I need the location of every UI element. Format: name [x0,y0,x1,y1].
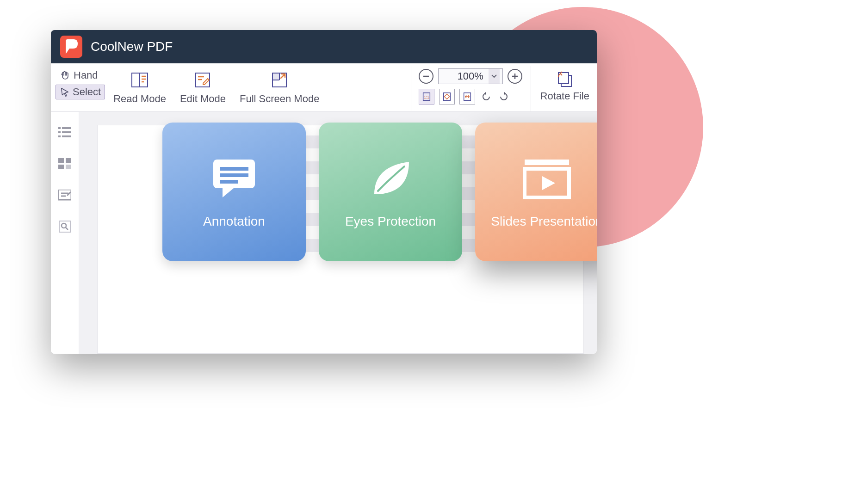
full-screen-label: Full Screen Mode [240,93,319,105]
edit-mode-label: Edit Mode [180,93,226,105]
slides-label: Slides Presentation [491,214,597,229]
rotate-file-label: Rotate File [540,90,589,102]
comments-panel-button[interactable] [57,189,72,202]
read-mode-icon [130,70,150,90]
plus-icon [512,73,518,80]
svg-rect-28 [66,158,71,163]
select-tool-button[interactable]: Select [56,85,105,99]
side-rail [51,112,79,354]
actual-size-button[interactable]: 1:1 [419,89,434,104]
rotate-file-button[interactable]: Rotate File [531,66,592,111]
mode-group: Read Mode Edit Mode Full Screen Mode [113,66,319,111]
search-icon [59,221,71,233]
svg-rect-27 [58,158,64,163]
chevron-down-icon [489,69,500,84]
svg-rect-25 [58,135,61,137]
slides-presentation-card[interactable]: Slides Presentation [475,123,597,261]
outline-panel-button[interactable] [57,126,72,139]
svg-rect-34 [59,221,70,232]
select-label: Select [73,86,101,98]
eyes-protection-card[interactable]: Eyes Protection [319,123,462,261]
edit-mode-button[interactable]: Edit Mode [180,68,226,105]
actual-size-icon: 1:1 [421,92,432,102]
fit-page-button[interactable] [439,89,455,104]
rotate-left-button[interactable] [480,90,493,103]
full-screen-icon [269,70,290,90]
svg-rect-23 [58,131,61,133]
svg-rect-39 [220,173,248,177]
hand-label: Hand [74,69,98,81]
full-screen-mode-button[interactable]: Full Screen Mode [240,68,319,105]
search-panel-button[interactable] [57,220,72,233]
annotation-label: Annotation [203,214,265,229]
svg-rect-31 [58,190,71,200]
zoom-level-select[interactable]: 100% [438,68,503,84]
list-icon [58,127,71,137]
cursor-icon [60,87,70,97]
svg-line-36 [66,227,68,230]
svg-rect-41 [525,160,569,165]
svg-text:1:1: 1:1 [424,95,429,99]
zoom-out-button[interactable] [419,69,433,84]
svg-rect-22 [62,127,71,129]
hand-tool-button[interactable]: Hand [56,68,105,83]
zoom-view-group: 100% 1:1 [411,66,522,111]
hand-icon [60,70,71,81]
toolbar: Hand Select Read Mode Edit Mode [51,63,597,112]
svg-rect-9 [272,73,279,80]
svg-point-35 [62,223,66,228]
annotation-card[interactable]: Annotation [162,123,306,261]
app-logo-icon [60,36,82,58]
svg-rect-24 [62,131,71,133]
document-page: Annotation Eyes Protection [97,125,584,354]
title-bar: CoolNew PDF [51,30,597,63]
note-icon [58,190,71,201]
fit-page-icon [442,92,452,102]
document-area: Annotation Eyes Protection [79,112,597,354]
fit-width-icon [462,92,472,102]
annotation-icon [206,155,262,201]
zoom-level-value: 100% [457,70,483,82]
svg-rect-30 [66,165,71,169]
read-mode-label: Read Mode [113,93,166,105]
svg-rect-26 [62,135,71,137]
svg-rect-29 [58,165,64,169]
feature-cards: Annotation Eyes Protection [162,123,597,261]
eyes-protection-label: Eyes Protection [345,214,436,229]
svg-rect-40 [220,180,238,184]
thumbnails-panel-button[interactable] [57,157,72,170]
app-body: Annotation Eyes Protection [51,112,597,354]
rotate-ccw-icon [480,91,492,103]
rotate-file-icon [555,70,575,88]
svg-rect-38 [220,167,248,171]
leaf-icon [363,155,418,201]
app-title: CoolNew PDF [91,39,173,54]
edit-mode-icon [192,70,213,90]
grid-icon [58,158,71,169]
fit-width-button[interactable] [459,89,475,104]
svg-rect-21 [58,127,61,129]
read-mode-button[interactable]: Read Mode [113,68,166,105]
minus-icon [423,73,429,80]
zoom-in-button[interactable] [508,69,522,84]
presentation-icon [519,155,575,201]
app-window: CoolNew PDF Hand Select Rea [51,30,597,354]
cursor-tool-group: Hand Select [56,66,105,111]
rotate-cw-icon [498,91,510,103]
rotate-right-button[interactable] [497,90,510,103]
